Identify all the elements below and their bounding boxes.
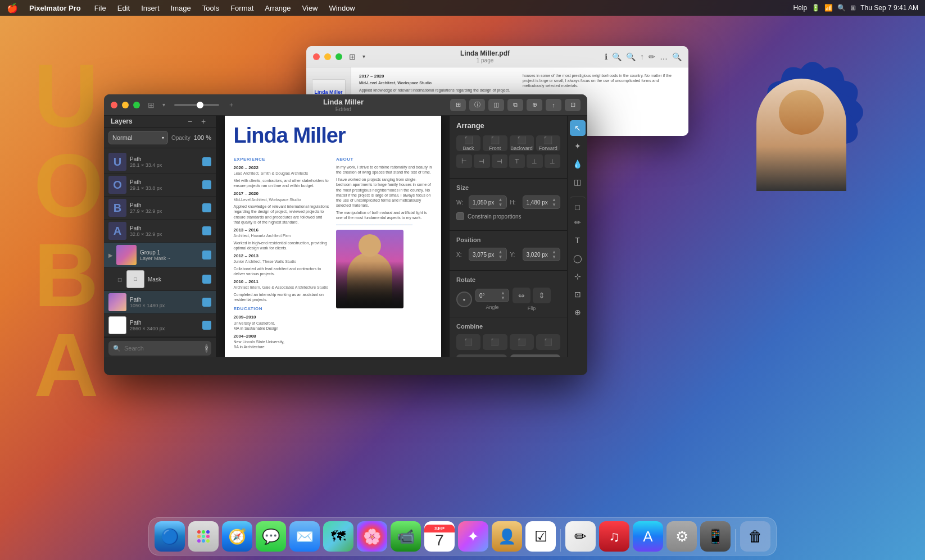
- group-expand-icon[interactable]: ▶: [108, 252, 113, 258]
- tool-crop[interactable]: ⊹: [570, 268, 586, 284]
- pdf-nav-icon[interactable]: ▾: [362, 53, 365, 60]
- combine-exclude-btn[interactable]: ⬛: [536, 334, 560, 350]
- dock-finder[interactable]: 🔵: [155, 521, 185, 552]
- flip-v-btn[interactable]: ⇕: [533, 288, 551, 303]
- layer-item-path-white[interactable]: Path 2660 × 3400 px: [104, 314, 216, 337]
- menu-window[interactable]: Window: [325, 3, 360, 13]
- dock-mail[interactable]: ✉️: [289, 521, 320, 552]
- layer-vis-white[interactable]: [202, 321, 211, 330]
- search-input-wrap[interactable]: 🔍 ?: [108, 341, 211, 356]
- height-input[interactable]: 1,480 px ▲▼: [523, 195, 561, 209]
- combine-union-btn[interactable]: ⬛: [456, 334, 480, 350]
- tool-selection-rect[interactable]: □: [570, 197, 586, 212]
- layer-item-group1[interactable]: ▶ Group 1 Layer Mask ~: [104, 243, 216, 268]
- pdf-close-btn[interactable]: [313, 53, 320, 60]
- flip-h-btn[interactable]: ⇔: [513, 288, 530, 303]
- app-name[interactable]: Pixelmator Pro: [25, 3, 85, 13]
- dock-facetime[interactable]: 📹: [391, 521, 421, 552]
- align-top-btn[interactable]: ⊤: [509, 154, 525, 168]
- layer-vis-mask[interactable]: [202, 275, 211, 284]
- arrange-back-btn[interactable]: ⬛ Back: [456, 135, 480, 151]
- layer-vis-u[interactable]: [202, 157, 211, 166]
- menu-image[interactable]: Image: [166, 3, 196, 13]
- menu-file[interactable]: File: [90, 3, 111, 13]
- pdf-minimize-btn[interactable]: [324, 53, 331, 60]
- dock-safari[interactable]: 🧭: [222, 521, 252, 552]
- menubar-help[interactable]: Help: [793, 4, 808, 12]
- dock-messages[interactable]: 💬: [256, 521, 286, 552]
- px-mask-icon[interactable]: ◫: [488, 99, 504, 111]
- px-share-icon[interactable]: ↑: [546, 99, 561, 111]
- tool-pen[interactable]: ✏: [570, 215, 586, 230]
- menubar-search-icon[interactable]: 🔍: [837, 4, 846, 12]
- layer-item-path-u[interactable]: U Path 28.1 × 33.4 px: [104, 151, 216, 174]
- layer-vis-group[interactable]: [202, 251, 211, 259]
- dock-trash[interactable]: 🗑: [740, 521, 770, 552]
- blend-mode-select[interactable]: Normal ▾: [108, 131, 168, 144]
- layer-vis-gradient[interactable]: [202, 298, 211, 307]
- pdf-markup-icon[interactable]: ✏: [649, 52, 655, 61]
- menu-view[interactable]: View: [298, 3, 323, 13]
- pdf-maximize-btn[interactable]: [335, 53, 342, 60]
- tool-eyedrop[interactable]: 💧: [570, 156, 586, 172]
- dock-launchpad[interactable]: [188, 521, 219, 552]
- dock-photos[interactable]: 🌸: [357, 521, 387, 552]
- tool-shape[interactable]: ◯: [570, 251, 586, 266]
- pdf-share-icon[interactable]: ↑: [640, 52, 644, 61]
- height-stepper[interactable]: ▲▼: [552, 197, 556, 207]
- pdf-sidebar-icon[interactable]: ⊞: [349, 52, 356, 61]
- dock-settings[interactable]: ⚙: [666, 521, 697, 552]
- search-help-icon[interactable]: ?: [205, 344, 208, 353]
- dock-freeform[interactable]: ✏: [565, 521, 596, 552]
- px-minimize-btn[interactable]: [122, 102, 129, 108]
- pdf-info-icon[interactable]: ℹ: [605, 52, 607, 61]
- apple-menu-icon[interactable]: 🍎: [7, 3, 18, 13]
- rotate-dial[interactable]: ●: [456, 292, 472, 307]
- tool-select[interactable]: ↖: [570, 120, 586, 136]
- dock-maps[interactable]: 🗺: [323, 521, 353, 552]
- layer-item-mask[interactable]: ◻ □ Mask: [104, 268, 216, 291]
- lock-button[interactable]: Lock: [456, 354, 507, 357]
- tool-transform[interactable]: ⊡: [570, 286, 586, 302]
- x-stepper[interactable]: ▲▼: [498, 249, 503, 259]
- dock-music[interactable]: ♫: [599, 521, 629, 552]
- pdf-more-icon[interactable]: …: [660, 52, 668, 61]
- dock-calendar[interactable]: SEP 7: [424, 521, 455, 552]
- pdf-zoom-out-icon[interactable]: 🔍: [612, 52, 622, 61]
- px-sidebar-toggle[interactable]: ⊞: [148, 101, 155, 110]
- pdf-search-icon[interactable]: 🔍: [672, 52, 682, 61]
- px-close-btn[interactable]: [111, 102, 117, 108]
- y-input[interactable]: 3,020 px ▲▼: [523, 248, 561, 261]
- px-fullscreen-icon[interactable]: ⊞: [450, 99, 466, 111]
- dock-appstore[interactable]: A: [633, 521, 663, 552]
- align-right-btn[interactable]: ⊣: [492, 154, 507, 168]
- pdf-zoom-in-icon[interactable]: 🔍: [626, 52, 636, 61]
- combine-subtract-btn[interactable]: ⬛: [483, 334, 507, 350]
- constrain-checkbox[interactable]: [456, 212, 464, 220]
- layer-item-path-a[interactable]: A Path 32.8 × 32.9 px: [104, 220, 216, 243]
- layer-vis-o[interactable]: [202, 180, 211, 189]
- dock-pixelmator[interactable]: ✦: [458, 521, 488, 552]
- menubar-controlcenter-icon[interactable]: ⊞: [850, 4, 856, 12]
- layers-minus-btn[interactable]: −: [184, 116, 196, 127]
- zoom-slider[interactable]: [174, 104, 219, 106]
- px-fit-icon[interactable]: ⊡: [565, 99, 581, 111]
- menu-edit[interactable]: Edit: [113, 3, 134, 13]
- arrange-front-btn[interactable]: ⬛ Front: [483, 135, 507, 151]
- layer-item-path-o[interactable]: O Path 29.1 × 33.8 px: [104, 174, 216, 197]
- align-bottom-btn[interactable]: ⊥: [545, 154, 560, 168]
- layer-vis-a[interactable]: [202, 226, 211, 235]
- align-center-h-btn[interactable]: ⊣: [474, 154, 489, 168]
- dock-contacts[interactable]: 👤: [492, 521, 522, 552]
- px-duplicate-icon[interactable]: ⧉: [507, 99, 523, 111]
- px-info-icon[interactable]: ⓘ: [469, 99, 485, 111]
- layers-add-btn[interactable]: +: [198, 116, 209, 127]
- layers-search-input[interactable]: [124, 345, 202, 352]
- width-stepper[interactable]: ▲▼: [498, 197, 503, 207]
- angle-stepper[interactable]: ▲▼: [501, 290, 505, 301]
- menu-arrange[interactable]: Arrange: [260, 3, 295, 13]
- layer-item-path-b[interactable]: B Path 27.9 × 32.9 px: [104, 197, 216, 220]
- px-add-icon[interactable]: ＋: [228, 101, 234, 109]
- dock-iphone[interactable]: 📱: [700, 521, 731, 552]
- arrange-backward-btn[interactable]: ⬛ Backward: [510, 135, 534, 151]
